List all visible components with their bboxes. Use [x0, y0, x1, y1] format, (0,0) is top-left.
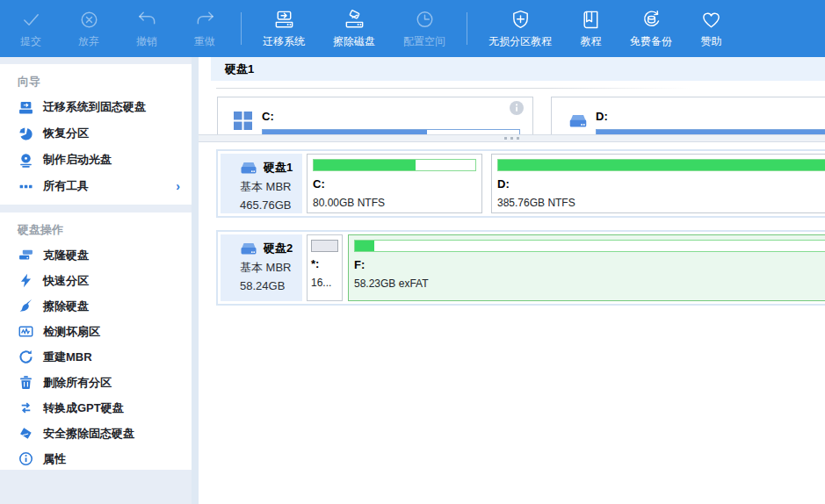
allocate-space-label: 配置空间	[403, 34, 445, 49]
sidebar-item-bootable-media[interactable]: 制作启动光盘	[0, 147, 192, 173]
partition-name: D:	[497, 177, 825, 191]
sidebar-item-label: 检测坏扇区	[43, 324, 100, 340]
toolbar-separator	[241, 12, 242, 45]
convert-gpt-icon	[18, 400, 33, 415]
free-backup-label: 免费备份	[630, 34, 672, 49]
sidebar-item-label: 转换成GPT硬盘	[43, 400, 124, 416]
sidebar-main-divider	[192, 57, 199, 504]
partition-usage-bar	[354, 240, 825, 252]
sidebar-disk-panel: 硬盘操作 克隆硬盘 快速分区 擦除硬盘 检测坏扇区 重建MBR	[0, 212, 192, 470]
partition-detail: 16...	[311, 277, 338, 289]
info-icon[interactable]	[510, 101, 524, 115]
toolbar-separator	[467, 12, 467, 45]
sidebar-item-label: 制作启动光盘	[43, 152, 112, 168]
secure-erase-icon	[18, 426, 33, 441]
windows-logo	[234, 112, 252, 130]
partition-unformatted[interactable]: *: 16...	[307, 234, 343, 301]
sidebar-item-all-tools[interactable]: 所有工具 ›	[0, 173, 192, 199]
sidebar-item-properties[interactable]: 属性	[0, 446, 192, 472]
sidebar-item-label: 所有工具	[43, 178, 89, 194]
disk-name: 硬盘1	[264, 160, 293, 176]
partition-assistant-window: 提交 放弃 撤销 重做 迁移系统 擦除磁盘 配置空间 无损	[0, 0, 825, 504]
sidebar-item-label: 迁移系统到固态硬盘	[43, 99, 146, 115]
sidebar-item-secure-erase-ssd[interactable]: 安全擦除固态硬盘	[0, 421, 192, 446]
sidebar-item-label: 安全擦除固态硬盘	[43, 426, 134, 442]
sidebar-item-convert-gpt[interactable]: 转换成GPT硬盘	[0, 395, 192, 421]
drive-icon	[239, 241, 258, 256]
partition-name: F:	[354, 258, 825, 271]
migrate-os-button[interactable]: 迁移系统	[249, 0, 319, 57]
sidebar-item-clone-disk[interactable]: 克隆硬盘	[0, 242, 192, 268]
disk-name: 硬盘2	[264, 241, 293, 256]
discard-button[interactable]: 放弃	[60, 0, 118, 57]
wizard-section-title: 向导	[0, 64, 192, 94]
discard-label: 放弃	[78, 34, 99, 49]
lossless-tutorial-button[interactable]: 无损分区教程	[474, 0, 566, 57]
toolbar: 提交 放弃 撤销 重做 迁移系统 擦除磁盘 配置空间 无损	[0, 0, 825, 57]
bad-sector-icon	[18, 324, 33, 339]
sponsor-button[interactable]: 赞助	[686, 0, 736, 57]
sidebar-item-erase-disk[interactable]: 擦除硬盘	[0, 293, 192, 319]
redo-label: 重做	[194, 34, 215, 49]
sidebar-item-recover-partition[interactable]: 恢复分区	[0, 120, 192, 147]
partition-name: C:	[313, 177, 476, 191]
partition-detail: 80.00GB NTFS	[313, 197, 476, 209]
disk-row-2: 硬盘2 基本 MBR 58.24GB *: 16... F: 58.23GB e…	[216, 230, 825, 306]
sidebar-wizard-panel: 向导 迁移系统到固态硬盘 恢复分区 制作启动光盘 所有工具 ›	[0, 64, 192, 205]
sidebar-item-check-bad-sectors[interactable]: 检测坏扇区	[0, 319, 192, 344]
partition-c[interactable]: C: 80.00GB NTFS	[307, 154, 482, 213]
partition-d[interactable]: D: 385.76GB NTFS	[491, 154, 825, 213]
tab-disk1[interactable]: 硬盘1	[211, 57, 825, 81]
sidebar-item-quick-partition[interactable]: 快速分区	[0, 268, 192, 293]
quick-partition-icon	[18, 273, 33, 288]
sidebar-item-label: 恢复分区	[43, 126, 89, 141]
all-tools-icon	[18, 179, 33, 194]
overview-volume-c[interactable]: C:	[217, 97, 533, 134]
wipe-disk-icon	[344, 9, 365, 31]
allocate-space-icon	[414, 9, 436, 31]
commit-button[interactable]: 提交	[2, 0, 60, 57]
overview-volume-d[interactable]: D:	[551, 97, 825, 134]
sidebar-item-label: 删除所有分区	[43, 375, 112, 391]
disk1-info[interactable]: 硬盘1 基本 MBR 465.76GB	[221, 154, 302, 213]
undo-icon	[136, 9, 158, 31]
sidebar-item-rebuild-mbr[interactable]: 重建MBR	[0, 344, 192, 370]
drive-icon	[568, 112, 589, 131]
commit-check-icon	[20, 9, 42, 31]
partition-usage-bar	[311, 240, 338, 252]
partition-detail: 385.76GB NTFS	[497, 197, 825, 209]
disk-size: 465.76GB	[240, 198, 302, 212]
shield-plus-icon	[510, 9, 532, 31]
volume-name: D:	[596, 110, 608, 123]
free-backup-button[interactable]: 免费备份	[616, 0, 686, 57]
wipe-disk-button[interactable]: 擦除磁盘	[319, 0, 389, 57]
disk-type: 基本 MBR	[240, 260, 302, 276]
sidebar-item-label: 快速分区	[43, 273, 89, 289]
sponsor-heart-icon	[700, 9, 722, 31]
allocate-space-button[interactable]: 配置空间	[389, 0, 460, 57]
partition-name: *:	[311, 257, 338, 270]
redo-button[interactable]: 重做	[176, 0, 234, 57]
sidebar-item-delete-all-partitions[interactable]: 删除所有分区	[0, 370, 192, 395]
partition-f-selected[interactable]: F: 58.23GB exFAT	[348, 234, 825, 301]
tutorial-button[interactable]: 教程	[566, 0, 616, 57]
partition-usage-bar	[497, 159, 825, 171]
divider	[216, 88, 691, 89]
splitter-handle[interactable]	[199, 134, 825, 142]
sidebar-item-migrate-to-ssd[interactable]: 迁移系统到固态硬盘	[0, 94, 192, 120]
properties-info-icon	[18, 451, 33, 466]
migrate-to-ssd-icon	[18, 100, 33, 115]
bootable-media-icon	[18, 153, 33, 168]
tutorial-label: 教程	[581, 34, 602, 49]
tab-label: 硬盘1	[225, 61, 254, 77]
migrate-os-label: 迁移系统	[263, 34, 305, 49]
disk-size: 58.24GB	[240, 279, 302, 292]
volume-name: C:	[262, 110, 274, 123]
migrate-os-icon	[273, 9, 295, 31]
undo-button[interactable]: 撤销	[118, 0, 176, 57]
partition-detail: 58.23GB exFAT	[354, 277, 825, 290]
discard-icon	[78, 9, 100, 31]
disk2-info[interactable]: 硬盘2 基本 MBR 58.24GB	[221, 234, 302, 301]
disk-type: 基本 MBR	[240, 179, 302, 195]
sidebar-item-label: 重建MBR	[43, 349, 92, 365]
